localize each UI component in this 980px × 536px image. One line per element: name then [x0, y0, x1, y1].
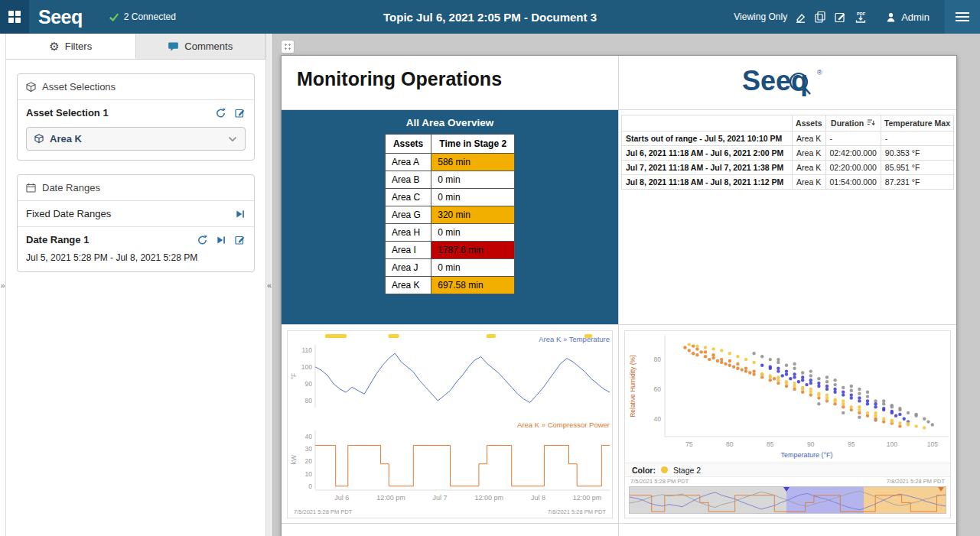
seeq-app: Seeq 2 Connected Topic Jul 6, 2021 2:05 … — [0, 0, 980, 536]
asset-dropdown[interactable]: Area K — [26, 127, 246, 151]
edit-asset-button[interactable] — [234, 107, 246, 119]
refresh-asset-button[interactable] — [215, 107, 226, 119]
tab-filters[interactable]: ⚙ Filters — [6, 34, 136, 59]
date-ranges-label: Date Ranges — [42, 182, 100, 193]
asset-selection-name: Asset Selection 1 — [26, 107, 109, 119]
condition-column-header — [622, 115, 793, 132]
step-forward-icon — [236, 210, 245, 219]
overview-asset-cell: Area B — [385, 171, 431, 189]
svg-text:100: 100 — [887, 440, 897, 448]
svg-text:Jul 7: Jul 7 — [433, 494, 448, 502]
connection-status[interactable]: 2 Connected — [104, 11, 181, 23]
timebar-marker[interactable] — [938, 487, 944, 492]
gear-icon: ⚙ — [49, 41, 59, 52]
trend-chart[interactable]: 8090100110°F010203040kWArea K » Temperat… — [287, 330, 613, 518]
svg-text:Seeq: Seeq — [742, 65, 808, 96]
condition-column-header: Temperature Max — [881, 115, 953, 132]
svg-text:PDF: PDF — [857, 11, 866, 15]
step-all-forward-button[interactable] — [235, 209, 246, 219]
edit-date-range-button[interactable] — [234, 234, 246, 245]
hamburger-menu-icon — [956, 12, 969, 21]
overview-value-cell: 586 min — [431, 154, 515, 171]
connected-label: 2 Connected — [124, 11, 176, 22]
overview-asset-cell: Area I — [385, 242, 431, 259]
condition-cell: Area K — [793, 175, 825, 190]
overview-table: AssetsTime in Stage 2Area A586 minArea B… — [385, 134, 515, 294]
date-range-value: Jul 5, 2021 5:28 PM - Jul 8, 2021 5:28 P… — [18, 252, 254, 271]
document-empty-cell — [619, 524, 956, 536]
trend-chart-svg: 8090100110°F010203040kWArea K » Temperat… — [288, 331, 614, 518]
tab-comments[interactable]: Comments — [136, 34, 266, 59]
condition-cell: Area K — [793, 146, 825, 161]
overview-value-cell: 0 min — [431, 171, 515, 189]
condition-cell: Area K — [793, 161, 825, 175]
svg-text:Area K » Compressor Power: Area K » Compressor Power — [517, 421, 610, 429]
overview-column-header: Assets — [385, 135, 431, 154]
refresh-icon — [197, 235, 207, 245]
svg-text:80: 80 — [726, 440, 734, 448]
tab-comments-label: Comments — [184, 41, 233, 52]
user-menu-button[interactable]: Admin — [881, 11, 934, 24]
duplicate-document-button[interactable] — [813, 10, 827, 24]
overview-asset-cell: Area A — [385, 154, 431, 171]
svg-text:°F: °F — [290, 373, 298, 380]
overview-column-header: Time in Stage 2 — [431, 135, 515, 154]
condition-cell: Jul 7, 2021 11:18 AM - Jul 7, 2021 1:38 … — [622, 161, 793, 175]
topic-document: Monitoring Operations Seeq ® All Area Ov… — [281, 55, 957, 536]
condition-cell: - — [825, 132, 881, 146]
overview-title: All Area Overview — [406, 117, 493, 128]
svg-text:0: 0 — [308, 482, 312, 490]
condition-table-cell: AssetsDurationTemperature MaxStarts out … — [619, 110, 956, 325]
overview-asset-cell: Area K — [385, 277, 431, 294]
timebar-marker[interactable] — [783, 487, 790, 492]
svg-text:kW: kW — [290, 455, 298, 464]
sidebar-collapse-handle[interactable]: « — [265, 34, 273, 536]
condition-cell: Starts out of range - Jul 5, 2021 10:10 … — [622, 132, 793, 146]
overview-asset-cell: Area G — [385, 206, 431, 224]
pdf-export-icon: PDF — [854, 11, 868, 24]
apps-menu-button[interactable] — [0, 0, 29, 34]
stage2-legend-dot — [661, 466, 668, 473]
trend-start-timestamp: 7/5/2021 5:28 PM PDT — [294, 508, 352, 515]
overview-value-cell: 320 min — [431, 206, 515, 224]
sort-icon — [867, 119, 875, 127]
chevron-down-icon — [228, 136, 237, 142]
condition-row: Jul 7, 2021 11:18 AM - Jul 7, 2021 1:38 … — [622, 161, 954, 175]
viewing-only-label: Viewing Only — [734, 11, 787, 22]
svg-text:Jul 8: Jul 8 — [531, 494, 545, 502]
condition-cell: Area K — [793, 132, 825, 146]
overview-row: Area I1787.6 min — [385, 242, 514, 259]
duplicate-document-icon — [814, 11, 826, 23]
asset-selections-card: Asset Selections Asset Selection 1 — [17, 73, 255, 161]
svg-text:80: 80 — [654, 356, 662, 363]
svg-text:110: 110 — [301, 346, 312, 354]
fixed-date-ranges-row[interactable]: Fixed Date Ranges — [18, 201, 254, 227]
user-icon — [885, 11, 897, 23]
edit-document-button[interactable] — [833, 10, 847, 24]
seeq-logo[interactable]: Seeq — [38, 6, 83, 28]
overview-timebar[interactable] — [629, 486, 946, 514]
drag-dots-icon — [284, 43, 292, 51]
pdf-export-button[interactable]: PDF — [853, 10, 868, 24]
document-empty-cell — [282, 524, 619, 536]
step-date-range-button[interactable] — [216, 235, 226, 245]
condition-column-header-duration[interactable]: Duration — [825, 115, 881, 132]
asset-selections-header: Asset Selections — [18, 74, 254, 100]
svg-text:12:00 pm: 12:00 pm — [573, 494, 602, 502]
top-bar: Seeq 2 Connected Topic Jul 6, 2021 2:05 … — [0, 0, 980, 34]
annotate-eraser-button[interactable] — [793, 10, 807, 24]
seeq-document-logo: Seeq ® — [737, 65, 838, 100]
scatter-plot[interactable]: 4060807580859095100105Relative Humidity … — [625, 331, 950, 463]
svg-text:105: 105 — [927, 440, 938, 448]
svg-text:12:00 pm: 12:00 pm — [475, 494, 504, 502]
overview-asset-cell: Area H — [385, 224, 431, 242]
svg-text:Temperature (°F): Temperature (°F) — [780, 451, 832, 459]
selected-asset-label: Area K — [50, 133, 82, 145]
check-icon — [109, 11, 119, 22]
hamburger-menu-button[interactable] — [945, 0, 980, 34]
document-drag-handle[interactable] — [281, 40, 295, 54]
refresh-date-range-button[interactable] — [197, 234, 208, 245]
svg-text:40: 40 — [305, 433, 313, 440]
worksheet-panel-collapse-rail[interactable]: » — [0, 34, 6, 536]
scatter-chart[interactable]: 4060807580859095100105Relative Humidity … — [624, 330, 951, 518]
